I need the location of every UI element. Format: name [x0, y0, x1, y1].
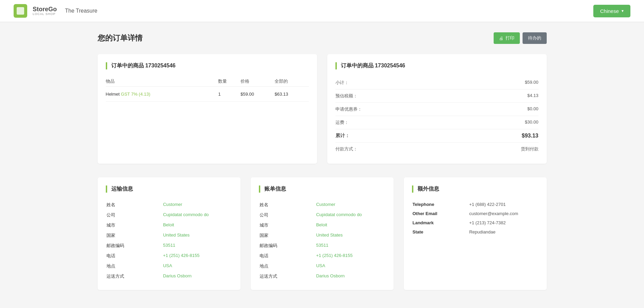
info-label: 公司 [260, 210, 316, 220]
info-label: 运送方式 [106, 272, 163, 281]
order-sections: 订单中的商品 1730254546 物品 数量 价格 全部的 Helmet GS… [98, 54, 547, 164]
info-value: 53511 [316, 241, 384, 250]
coupon-value: $0.00 [527, 106, 539, 112]
main-content: 您的订单详情 🖨 打印 待办的 订单中的商品 1730254546 物品 数量 … [84, 22, 560, 300]
info-value: Customer [163, 200, 231, 210]
title-actions: 🖨 打印 待办的 [494, 32, 547, 44]
payment-row: 付款方式： 货到付款 [335, 143, 539, 156]
list-item: 姓名 Customer [106, 200, 232, 210]
list-item: 邮政编码 53511 [106, 241, 232, 250]
info-label: 地点 [260, 261, 316, 271]
info-label: 姓名 [260, 200, 316, 210]
shipping-label: 运费： [335, 119, 349, 126]
billing-title: 账单信息 [259, 185, 385, 193]
extra-title: 额外信息 [412, 185, 539, 193]
list-item: 电话 +1 (251) 426-8155 [106, 251, 232, 261]
printer-icon: 🖨 [499, 36, 503, 41]
list-item: Landmark +1 (213) 724-7382 [413, 218, 538, 227]
subtotal-value: $59.00 [525, 80, 539, 86]
page-title-row: 您的订单详情 🖨 打印 待办的 [98, 32, 547, 44]
info-value: +1 (251) 426-8155 [163, 251, 231, 261]
logo-box [14, 4, 27, 18]
list-item: 运送方式 Darius Osborn [106, 272, 232, 281]
extra-value: +1 (688) 422-2701 [469, 200, 538, 209]
extra-value: Repudiandae [469, 228, 538, 236]
extra-label: Landmark [413, 218, 469, 227]
pending-button[interactable]: 待办的 [523, 32, 547, 44]
subtotal-label: 小计： [335, 80, 349, 86]
payment-value: 货到付款 [521, 146, 539, 152]
shipping-row: 运费： $30.00 [335, 116, 539, 129]
language-label: Chinese [600, 8, 619, 14]
col-price: 价格 [241, 76, 275, 87]
page-title: 您的订单详情 [98, 33, 143, 43]
right-order-title: 订单中的商品 1730254546 [335, 62, 539, 69]
language-button[interactable]: Chinese ▾ [593, 5, 630, 17]
list-item: 公司 Cupidatat commodo do [106, 210, 232, 220]
info-label: 地点 [106, 261, 163, 271]
header-left: StoreGo LOCAL SHOP The Treasure [14, 4, 97, 18]
print-button[interactable]: 🖨 打印 [494, 32, 520, 44]
item-name-text: Helmet [106, 92, 121, 97]
info-value: Customer [316, 200, 384, 210]
info-label: 姓名 [106, 200, 163, 210]
total-value: $93.13 [522, 133, 539, 139]
info-label: 国家 [260, 231, 316, 240]
right-order-card: 订单中的商品 1730254546 小计： $59.00 预估税额： $4.13… [327, 54, 547, 164]
col-total: 全部的 [275, 76, 309, 87]
list-item: 城市 Beloit [260, 221, 385, 230]
list-item: 公司 Cupidatat commodo do [260, 210, 385, 220]
billing-card: 账单信息 姓名 Customer 公司 Cupidatat commodo do… [251, 177, 394, 290]
info-label: 邮政编码 [260, 241, 316, 250]
info-value: United States [316, 231, 384, 240]
info-label: 城市 [260, 221, 316, 230]
extra-label: State [413, 228, 469, 236]
info-value: 53511 [163, 241, 231, 250]
info-value: USA [163, 261, 231, 271]
list-item: 国家 United States [260, 231, 385, 240]
list-item: 地点 USA [106, 261, 232, 271]
tax-row: 预估税额： $4.13 [335, 90, 539, 103]
order-table: 物品 数量 价格 全部的 Helmet GST 7% (4.13) 1 $59.… [106, 76, 309, 102]
item-name: Helmet GST 7% (4.13) [106, 87, 218, 102]
item-total: $63.13 [275, 87, 309, 102]
info-label: 公司 [106, 210, 163, 220]
brand-info: StoreGo LOCAL SHOP [33, 6, 57, 16]
header: StoreGo LOCAL SHOP The Treasure Chinese … [0, 0, 644, 22]
total-row: 累计： $93.13 [335, 129, 539, 143]
list-item: 电话 +1 (251) 426-8155 [260, 251, 385, 261]
item-price: $59.00 [241, 87, 275, 102]
list-item: 运送方式 Darius Osborn [260, 272, 385, 281]
list-item: Other Email customer@example.com [413, 209, 538, 218]
shipping-value: $30.00 [525, 119, 539, 126]
list-item: State Repudiandae [413, 228, 538, 236]
logo-icon [17, 7, 24, 15]
info-label: 城市 [106, 221, 163, 230]
col-item: 物品 [106, 76, 218, 87]
info-value: Darius Osborn [163, 272, 231, 281]
pending-label: 待办的 [528, 35, 541, 40]
payment-label: 付款方式： [335, 146, 358, 152]
billing-table: 姓名 Customer 公司 Cupidatat commodo do 城市 B… [259, 199, 385, 282]
tax-value: $4.13 [527, 93, 539, 99]
info-value: United States [163, 231, 231, 240]
extra-card: 额外信息 Telephone +1 (688) 422-2701 Other E… [404, 177, 547, 290]
coupon-row: 申请优惠券： $0.00 [335, 103, 539, 116]
col-qty: 数量 [218, 76, 241, 87]
extra-label: Telephone [413, 200, 469, 209]
coupon-label: 申请优惠券： [335, 106, 362, 112]
list-item: 城市 Beloit [106, 221, 232, 230]
info-value: USA [316, 261, 384, 271]
info-sections: 运输信息 姓名 Customer 公司 Cupidatat commodo do… [98, 177, 547, 290]
info-value: +1 (251) 426-8155 [316, 251, 384, 261]
info-value: Cupidatat commodo do [163, 210, 231, 220]
info-value: Darius Osborn [316, 272, 384, 281]
info-label: 运送方式 [260, 272, 316, 281]
left-order-title: 订单中的商品 1730254546 [106, 62, 309, 69]
list-item: 邮政编码 53511 [260, 241, 385, 250]
info-label: 电话 [106, 251, 163, 261]
tax-label: 预估税额： [335, 93, 358, 99]
total-label: 累计： [335, 133, 350, 139]
info-value: Beloit [163, 221, 231, 230]
list-item: 姓名 Customer [260, 200, 385, 210]
